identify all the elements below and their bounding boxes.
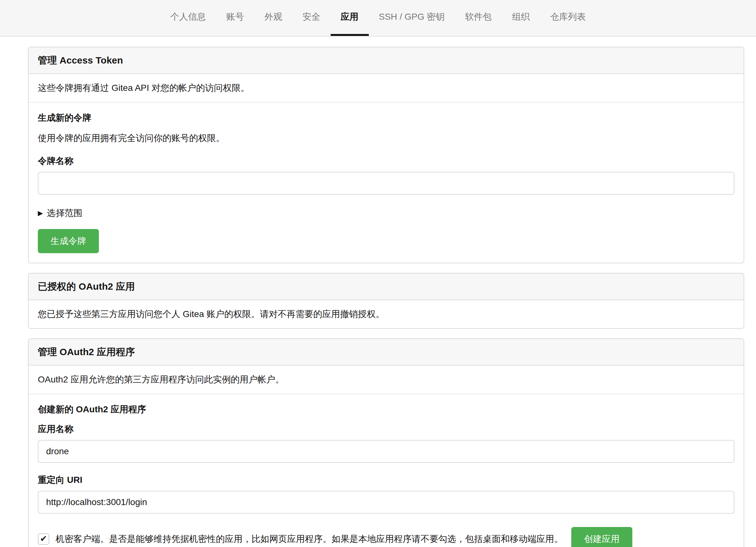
redirect-uri-label: 重定向 URI [38,474,734,486]
confidential-client-row: ✔ 机密客户端。是否是能够维持凭据机密性的应用，比如网页应用程序。如果是本地应用… [38,527,734,547]
tab-profile[interactable]: 个人信息 [160,0,216,36]
authorized-oauth-description: 您已授予这些第三方应用访问您个人 Gitea 账户的权限。请对不再需要的应用撤销… [29,300,744,328]
token-name-label: 令牌名称 [38,155,734,167]
app-name-label: 应用名称 [38,423,734,435]
tab-applications[interactable]: 应用 [331,0,369,36]
tab-ssh-gpg-keys[interactable]: SSH / GPG 密钥 [369,0,455,36]
collapsed-arrow-icon: ▶ [38,208,43,219]
tab-account[interactable]: 账号 [216,0,254,36]
manage-oauth-description: OAuth2 应用允许您的第三方应用程序访问此实例的用户帐户。 [29,366,744,393]
tab-organizations[interactable]: 组织 [502,0,540,36]
app-name-input[interactable] [38,440,734,463]
manage-oauth-panel-title: 管理 OAuth2 应用程序 [29,339,744,366]
settings-tabs: 个人信息账号外观安全应用SSH / GPG 密钥软件包组织仓库列表 [160,0,596,36]
checkmark-icon: ✔ [40,535,47,543]
tab-security[interactable]: 安全 [292,0,331,36]
tab-packages[interactable]: 软件包 [455,0,502,36]
authorized-oauth-panel-title: 已授权的 OAuth2 应用 [29,274,744,300]
access-token-panel-title: 管理 Access Token [29,47,744,74]
settings-content: 管理 Access Token 这些令牌拥有通过 Gitea API 对您的帐户… [28,47,744,547]
settings-tab-bar: 个人信息账号外观安全应用SSH / GPG 密钥软件包组织仓库列表 [0,0,756,37]
generate-token-description: 使用令牌的应用拥有完全访问你的账号的权限。 [38,133,734,144]
access-token-panel: 管理 Access Token 这些令牌拥有通过 Gitea API 对您的帐户… [28,47,744,263]
redirect-uri-input[interactable] [38,491,734,514]
generate-token-form: 生成新的令牌 使用令牌的应用拥有完全访问你的账号的权限。 令牌名称 ▶ 选择范围… [29,102,744,263]
authorized-oauth-panel: 已授权的 OAuth2 应用 您已授予这些第三方应用访问您个人 Gitea 账户… [28,273,744,329]
create-application-button[interactable]: 创建应用 [571,527,632,547]
tab-repositories[interactable]: 仓库列表 [540,0,596,36]
confidential-client-checkbox[interactable]: ✔ [38,533,49,545]
select-scopes-toggle[interactable]: ▶ 选择范围 [38,208,734,219]
select-scopes-details: ▶ 选择范围 [38,208,734,219]
confidential-client-label: 机密客户端。是否是能够维持凭据机密性的应用，比如网页应用程序。如果是本地应用程序… [56,533,563,545]
select-scopes-label: 选择范围 [47,208,82,219]
access-token-description: 这些令牌拥有通过 Gitea API 对您的帐户的访问权限。 [29,74,744,102]
generate-token-heading: 生成新的令牌 [38,112,734,124]
token-name-input[interactable] [38,172,734,195]
tab-appearance[interactable]: 外观 [254,0,292,36]
create-oauth-heading: 创建新的 OAuth2 应用程序 [38,404,734,415]
manage-oauth-panel: 管理 OAuth2 应用程序 OAuth2 应用允许您的第三方应用程序访问此实例… [28,338,744,547]
create-oauth-form: 创建新的 OAuth2 应用程序 应用名称 重定向 URI ✔ 机密客户端。是否… [29,393,744,547]
generate-token-button[interactable]: 生成令牌 [38,229,99,253]
